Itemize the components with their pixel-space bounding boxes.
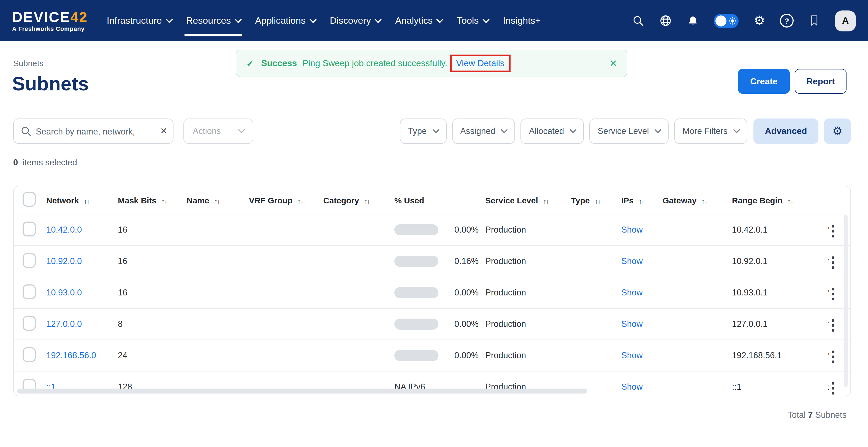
theme-toggle[interactable] xyxy=(714,13,739,28)
sort-icon[interactable]: ↑↓ xyxy=(364,197,370,205)
mask-bits-cell: 16 xyxy=(118,225,187,235)
used-cell: 0.00% xyxy=(394,350,485,361)
column-header-used[interactable]: % Used xyxy=(394,196,485,205)
service-level-cell: Production xyxy=(485,256,571,266)
kebab-menu-icon[interactable] xyxy=(830,286,837,303)
sort-icon[interactable]: ↑↓ xyxy=(298,197,303,205)
filter-more-filters[interactable]: More Filters xyxy=(674,119,747,144)
create-button[interactable]: Create xyxy=(738,69,790,94)
column-header-category[interactable]: Category ↑↓ xyxy=(323,196,394,205)
settings-gear-icon[interactable]: ⚙ xyxy=(754,14,765,27)
clear-search-icon[interactable]: × xyxy=(160,125,167,137)
network-link[interactable]: 10.92.0.0 xyxy=(46,256,82,266)
user-avatar[interactable]: A xyxy=(835,10,856,31)
help-icon[interactable]: ? xyxy=(780,14,794,28)
ips-show-link[interactable]: Show xyxy=(621,288,643,297)
column-header-type[interactable]: Type ↑↓ xyxy=(571,196,621,205)
sort-icon[interactable]: ↑↓ xyxy=(214,197,220,205)
search-box: × xyxy=(13,119,174,144)
nav-item-applications[interactable]: Applications xyxy=(255,0,315,41)
view-details-link[interactable]: View Details xyxy=(456,58,504,68)
banner-close-icon[interactable]: × xyxy=(610,57,617,69)
sort-icon[interactable]: ↑↓ xyxy=(702,197,707,205)
column-header-range-begin[interactable]: Range Begin ↑↓ xyxy=(732,196,814,205)
sort-icon[interactable]: ↑↓ xyxy=(161,197,167,205)
row-checkbox[interactable] xyxy=(23,316,36,330)
actions-dropdown[interactable]: Actions xyxy=(183,119,253,144)
nav-item-insights[interactable]: Insights+ xyxy=(503,0,540,41)
breadcrumb: Subnets xyxy=(13,58,43,68)
advanced-button[interactable]: Advanced xyxy=(753,119,818,144)
vertical-scrollbar[interactable] xyxy=(844,215,848,387)
brand-tagline: A Freshworks Company xyxy=(12,26,88,32)
used-cell: 0.00% xyxy=(394,287,485,298)
row-checkbox[interactable] xyxy=(23,284,36,299)
column-header-gateway[interactable]: Gateway ↑↓ xyxy=(662,196,732,205)
chevron-down-icon xyxy=(375,16,382,23)
row-checkbox[interactable] xyxy=(23,253,36,268)
clipped-text: : xyxy=(814,383,830,391)
brand-text: DEVICE42 xyxy=(12,10,88,24)
filter-service-level[interactable]: Service Level xyxy=(589,119,669,144)
ips-show-link[interactable]: Show xyxy=(621,351,643,360)
ips-show-link[interactable]: Show xyxy=(621,256,643,266)
nav-item-resources[interactable]: Resources xyxy=(186,0,241,41)
network-link[interactable]: 192.168.56.0 xyxy=(46,351,96,360)
ips-show-link[interactable]: Show xyxy=(621,225,643,234)
search-icon[interactable] xyxy=(632,14,645,27)
kebab-menu-icon[interactable] xyxy=(830,223,837,240)
column-settings-button[interactable]: ⚙ xyxy=(824,119,851,144)
column-header-ips[interactable]: IPs ↑↓ xyxy=(621,196,662,205)
subnets-page: DEVICE42 A Freshworks Company Infrastruc… xyxy=(0,0,868,447)
success-banner: ✓ Success Ping Sweep job created success… xyxy=(236,50,627,77)
nav-item-infrastructure[interactable]: Infrastructure xyxy=(106,0,172,41)
notifications-bell-icon[interactable] xyxy=(687,14,699,27)
total-count: Total 7 Subnets xyxy=(787,410,846,420)
banner-message: Ping Sweep job created successfully. xyxy=(302,58,447,68)
horizontal-scrollbar[interactable] xyxy=(17,389,587,393)
ips-show-link[interactable]: Show xyxy=(621,382,643,391)
clipped-text: ' xyxy=(814,320,830,328)
range-begin-cell: ::1 xyxy=(732,382,814,392)
column-header-name[interactable]: Name ↑↓ xyxy=(187,196,249,205)
sort-icon[interactable]: ↑↓ xyxy=(595,197,600,205)
row-checkbox[interactable] xyxy=(23,347,36,362)
column-header-network[interactable]: Network ↑↓ xyxy=(46,196,118,205)
column-header-mask-bits[interactable]: Mask Bits ↑↓ xyxy=(118,196,187,205)
table-row: 10.92.0.0 16 0.16% Production Show 10.92… xyxy=(14,246,850,277)
nav-item-analytics[interactable]: Analytics xyxy=(395,0,442,41)
nav-item-tools[interactable]: Tools xyxy=(457,0,489,41)
sort-icon[interactable]: ↑↓ xyxy=(787,197,793,205)
globe-icon[interactable] xyxy=(659,14,672,27)
used-cell: 0.16% xyxy=(394,256,485,267)
report-button[interactable]: Report xyxy=(795,69,846,94)
column-header-service-level[interactable]: Service Level ↑↓ xyxy=(485,196,571,205)
selection-summary: 0 items selected xyxy=(13,158,77,168)
network-link[interactable]: 10.93.0.0 xyxy=(46,288,82,297)
filter-assigned[interactable]: Assigned xyxy=(452,119,515,144)
device42-logo[interactable]: DEVICE42 A Freshworks Company xyxy=(12,10,88,32)
nav-item-discovery[interactable]: Discovery xyxy=(330,0,381,41)
ips-show-link[interactable]: Show xyxy=(621,319,643,328)
mask-bits-cell: 16 xyxy=(118,256,187,266)
select-all-checkbox[interactable] xyxy=(23,191,36,206)
sort-icon[interactable]: ↑↓ xyxy=(543,197,549,205)
table-header: Network ↑↓ Mask Bits ↑↓ Name ↑↓ VRF Grou… xyxy=(14,186,850,214)
sort-icon[interactable]: ↑↓ xyxy=(639,197,644,205)
kebab-menu-icon[interactable] xyxy=(830,254,837,271)
column-header-vrf-group[interactable]: VRF Group ↑↓ xyxy=(249,196,323,205)
filter-type[interactable]: Type xyxy=(400,119,446,144)
kebab-menu-icon[interactable] xyxy=(830,380,837,396)
network-link[interactable]: 127.0.0.0 xyxy=(46,319,82,328)
filter-allocated[interactable]: Allocated xyxy=(521,119,584,144)
network-link[interactable]: 10.42.0.0 xyxy=(46,225,82,234)
clipped-text: ' xyxy=(814,226,830,234)
bookmark-icon[interactable] xyxy=(808,14,820,27)
search-input[interactable] xyxy=(35,119,154,144)
kebab-menu-icon[interactable] xyxy=(830,317,837,334)
sort-icon[interactable]: ↑↓ xyxy=(84,197,90,205)
clipped-text: ' xyxy=(814,288,830,297)
selected-count: 0 xyxy=(13,158,18,167)
row-checkbox[interactable] xyxy=(23,221,36,236)
kebab-menu-icon[interactable] xyxy=(830,348,837,365)
